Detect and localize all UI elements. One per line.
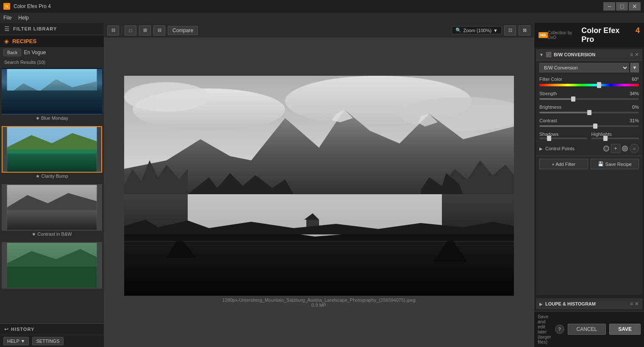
view-split-button[interactable]: ⊞ (139, 25, 151, 36)
section-menu-icon[interactable]: ≡ (630, 52, 633, 58)
strength-control: Strength 34% (536, 89, 642, 103)
cp-circle-button[interactable]: ○ (630, 144, 639, 153)
help-menu[interactable]: Help (18, 15, 29, 21)
filter-select[interactable]: B/W Conversion (539, 63, 629, 72)
svg-rect-10 (7, 210, 97, 230)
main-content: ☰ FILTER LIBRARY ◈ RECIPES Back En Vogue… (0, 23, 644, 347)
strength-slider[interactable] (539, 98, 639, 100)
brightness-control: Brightness 0% (536, 103, 642, 116)
contrast-fill (539, 125, 595, 127)
image-filesize: 0.9 MP (124, 303, 514, 308)
zoom-display: 🔍 Zoom (100%) ▼ (452, 26, 502, 34)
settings-button[interactable]: SETTINGS (32, 337, 63, 345)
recipes-header: ◈ RECIPES (0, 35, 104, 47)
cep-title: Color Efex Pro (581, 26, 634, 44)
bottom-actions: + Add Filter 💾 Save Recipe (536, 156, 642, 172)
zoom-icon: 🔍 (455, 28, 461, 33)
main-image (124, 76, 514, 296)
nav-bar: Back En Vogue (0, 47, 104, 58)
add-filter-button[interactable]: + Add Filter (539, 159, 588, 169)
save-button[interactable]: SAVE (609, 324, 641, 335)
loupe-expand-icon: ▶ (539, 302, 543, 306)
svg-point-18 (124, 82, 209, 112)
toolbar-right: 🔍 Zoom (100%) ▼ ⊡ ⊠ (452, 25, 530, 36)
cep-version: 4 (636, 26, 640, 35)
highlights-group: Highlights (591, 132, 639, 139)
svg-rect-3 (15, 97, 89, 101)
app-icon: N (3, 3, 10, 10)
highlights-label: Highlights (591, 132, 639, 137)
zoom-label: Zoom (100%) (463, 28, 491, 33)
close-button[interactable]: ✕ (629, 2, 641, 11)
fit-button[interactable]: ⊡ (504, 25, 516, 36)
hamburger-icon[interactable]: ☰ (4, 25, 10, 32)
maximize-button[interactable]: □ (616, 2, 628, 11)
image-info: 1280px-Untersberg_Mountain_Salzburg_Aust… (124, 296, 514, 309)
window-controls: − □ ✕ (603, 2, 641, 11)
compare-button[interactable]: Compare (168, 26, 198, 35)
contrast-label: Contrast (539, 118, 557, 123)
filter-color-thumb (597, 82, 601, 88)
file-menu[interactable]: File (3, 15, 11, 21)
strength-thumb (571, 96, 575, 102)
svg-rect-2 (7, 94, 97, 114)
back-button[interactable]: Back (3, 49, 21, 56)
toolbar: ⊟ □ ⊞ ⊟ Compare 🔍 Zoom (100%) ▼ ⊡ ⊠ (104, 23, 534, 38)
section-close-icon[interactable]: ✕ (635, 52, 639, 58)
control-points-row: ▶ Control Points + ○ (536, 141, 642, 156)
filter-dropdown: B/W Conversion ▼ (536, 61, 642, 75)
center-area: ⊟ □ ⊞ ⊟ Compare 🔍 Zoom (100%) ▼ ⊡ ⊠ (104, 23, 534, 347)
en-vogue-label: En Vogue (24, 50, 46, 55)
contrast-slider[interactable] (539, 125, 639, 127)
brightness-slider[interactable] (539, 112, 639, 113)
filter-thumb-blue-monday (2, 68, 102, 115)
fullscreen-button[interactable]: ⊠ (519, 25, 530, 36)
filter-item-contrast-bw[interactable]: ★ Contrast in B&W (2, 184, 102, 239)
loupe-close-icon[interactable]: ✕ (635, 301, 639, 307)
loupe-menu-icon[interactable]: ≡ (630, 301, 633, 307)
history-icon: ↩ (4, 326, 8, 332)
svg-rect-0 (7, 69, 97, 114)
filter-select-arrow[interactable]: ▼ (630, 63, 639, 72)
view-grid-button[interactable]: ⊟ (153, 25, 165, 36)
section-collapse-icon: ▼ (539, 52, 544, 57)
filter-color-control: Filter Color 60° (536, 75, 642, 89)
cancel-button[interactable]: CANCEL (568, 324, 606, 335)
strength-fill (539, 98, 573, 100)
shadows-thumb (547, 136, 551, 141)
nik-header: Nik Collection by DxO Color Efex Pro 4 (534, 23, 644, 47)
contrast-control: Contrast 31% (536, 116, 642, 130)
panel-toggle-button[interactable]: ⊟ (107, 25, 119, 36)
shadows-highlights-row: Shadows Highlights (536, 130, 642, 141)
strength-value: 34% (630, 91, 639, 96)
filter-color-slider[interactable] (539, 84, 639, 86)
highlights-slider[interactable] (591, 138, 639, 139)
bottom-bar-right: Save and edit later (larger files) ? CAN… (534, 311, 644, 347)
loupe-actions: ≡ ✕ (630, 301, 639, 307)
recipes-icon: ◈ (4, 38, 9, 44)
nik-logo: Nik (539, 32, 548, 38)
loupe-title: LOUPE & HISTOGRAM (545, 301, 627, 306)
right-panel: Nik Collection by DxO Color Efex Pro 4 ▼… (534, 23, 644, 347)
section-checkbox[interactable]: ✓ (546, 52, 551, 57)
help-button[interactable]: HELP ▼ (3, 337, 29, 345)
highlights-thumb (603, 136, 608, 141)
canvas-area: 1280px-Untersberg_Mountain_Salzburg_Aust… (104, 38, 534, 347)
save-icon: 💾 (598, 161, 604, 167)
recipes-title: RECIPES (12, 38, 36, 44)
section-header[interactable]: ▼ ✓ B/W CONVERSION ≡ ✕ (536, 49, 642, 61)
filter-item-blue-monday[interactable]: ★ Blue Monday (2, 68, 102, 123)
help-icon-button[interactable]: ? (555, 325, 564, 334)
minimize-button[interactable]: − (603, 2, 615, 11)
cp-add-button[interactable]: + (611, 144, 620, 153)
filter-name-4 (2, 289, 102, 291)
filter-item-clarity-bump[interactable]: ★ Clarity Bump (2, 126, 102, 181)
filter-item-4[interactable] (2, 242, 102, 291)
shadows-slider[interactable] (539, 138, 587, 139)
brightness-label: Brightness (539, 105, 561, 110)
save-recipe-button[interactable]: 💾 Save Recipe (591, 159, 639, 169)
filter-section: ▼ ✓ B/W CONVERSION ≡ ✕ B/W Conversion ▼ … (536, 49, 642, 295)
app-title: Color Efex Pro 4 (14, 3, 51, 9)
view-single-button[interactable]: □ (125, 25, 136, 36)
loupe-header[interactable]: ▶ LOUPE & HISTOGRAM ≡ ✕ (536, 298, 642, 309)
